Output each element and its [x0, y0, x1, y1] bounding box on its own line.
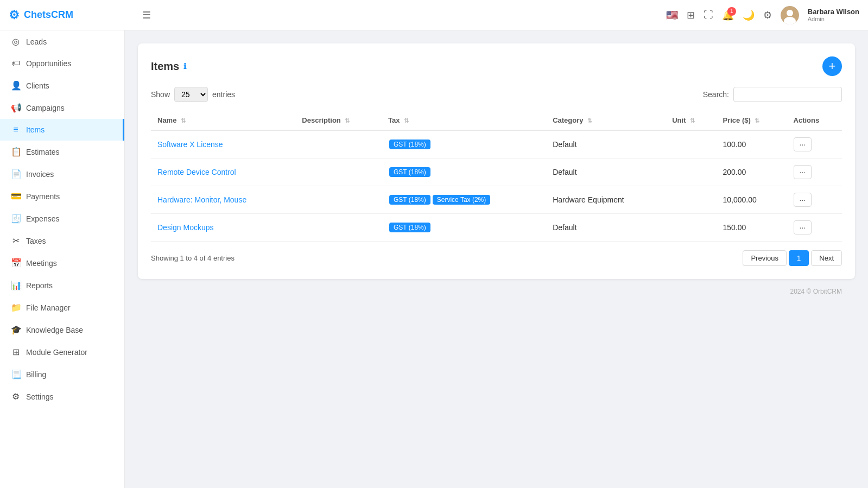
- search-input[interactable]: [733, 87, 842, 102]
- sort-tax-icon: ⇅: [404, 117, 409, 124]
- settings-sidebar-icon: ⚙: [11, 391, 21, 402]
- sidebar-item-leads[interactable]: ◎ Leads: [0, 30, 124, 53]
- cell-category: Default: [546, 130, 666, 159]
- table-row: Remote Device ControlGST (18%)Default200…: [151, 159, 842, 186]
- dark-mode-icon[interactable]: 🌙: [743, 9, 755, 21]
- clients-icon: 👤: [11, 80, 21, 91]
- col-name[interactable]: Name ⇅: [151, 111, 295, 130]
- file-manager-icon: 📁: [11, 302, 21, 313]
- cell-name: Hardware: Monitor, Mouse: [151, 186, 295, 214]
- page-title-row: Items ℹ +: [151, 56, 842, 76]
- user-info: Barbara Wilson Admin: [808, 8, 859, 22]
- show-label: Show: [151, 90, 170, 99]
- estimates-icon: 📋: [11, 147, 21, 157]
- items-icon: ≡: [11, 125, 21, 135]
- tax-badge: GST (18%): [389, 195, 430, 205]
- avatar[interactable]: [781, 6, 799, 24]
- sidebar-label-file-manager: File Manager: [26, 303, 71, 312]
- table-row: Design MockupsGST (18%)Default150.00···: [151, 214, 842, 242]
- sidebar-label-campaigns: Campaigns: [26, 104, 65, 112]
- table-header: Name ⇅ Description ⇅ Tax ⇅ Category ⇅ Un…: [151, 111, 842, 130]
- page-title-text: Items: [151, 60, 179, 73]
- sidebar-item-opportunities[interactable]: 🏷 Opportunities: [0, 53, 124, 74]
- pagination-controls: Previous 1 Next: [743, 250, 842, 266]
- cell-price: 150.00: [716, 214, 787, 242]
- search-label: Search:: [703, 90, 729, 99]
- col-category[interactable]: Category ⇅: [546, 111, 666, 130]
- col-unit[interactable]: Unit ⇅: [666, 111, 716, 130]
- sidebar-label-settings: Settings: [26, 392, 54, 401]
- sort-price-icon: ⇅: [755, 117, 759, 124]
- entries-select[interactable]: 10 25 50 100: [174, 87, 208, 102]
- hamburger-button[interactable]: ☰: [142, 9, 151, 21]
- cell-description: [295, 214, 382, 242]
- settings-icon[interactable]: ⚙: [763, 9, 772, 21]
- flag-icon[interactable]: 🇺🇸: [666, 9, 678, 21]
- sidebar-item-estimates[interactable]: 📋 Estimates: [0, 141, 124, 163]
- sidebar-item-meetings[interactable]: 📅 Meetings: [0, 252, 124, 274]
- cell-description: [295, 186, 382, 214]
- header-right: 🇺🇸 ⊞ ⛶ 🔔 1 🌙 ⚙ Barbara Wilson Admin: [666, 6, 859, 24]
- sidebar-item-reports[interactable]: 📊 Reports: [0, 274, 124, 296]
- page-title: Items ℹ: [151, 60, 186, 73]
- sidebar-item-billing[interactable]: 📃 Billing: [0, 363, 124, 385]
- sidebar-item-taxes[interactable]: ✂ Taxes: [0, 230, 124, 252]
- col-actions: Actions: [787, 111, 842, 130]
- footer: 2024 © OrbitCRM: [138, 279, 855, 304]
- items-card: Items ℹ + Show 10 25 50 100 entries: [138, 43, 855, 279]
- sidebar-label-expenses: Expenses: [26, 214, 59, 223]
- cell-tax: GST (18%): [382, 214, 546, 242]
- row-actions-button[interactable]: ···: [794, 137, 812, 151]
- cell-tax: GST (18%): [382, 159, 546, 186]
- sidebar-item-items[interactable]: ≡ Items: [0, 119, 124, 141]
- col-tax[interactable]: Tax ⇅: [382, 111, 546, 130]
- add-item-button[interactable]: +: [822, 56, 842, 76]
- sidebar-label-meetings: Meetings: [26, 259, 57, 268]
- header: ⚙ ChetsCRM ☰ 🇺🇸 ⊞ ⛶ 🔔 1 🌙 ⚙ Barbara Wils…: [0, 0, 868, 30]
- cell-actions: ···: [787, 159, 842, 186]
- notification-icon[interactable]: 🔔 1: [722, 9, 734, 21]
- sidebar-item-file-manager[interactable]: 📁 File Manager: [0, 296, 124, 319]
- sort-description-icon: ⇅: [345, 117, 350, 124]
- sidebar-label-billing: Billing: [26, 370, 46, 379]
- row-actions-button[interactable]: ···: [794, 165, 812, 179]
- table-row: Software X LicenseGST (18%)Default100.00…: [151, 130, 842, 159]
- sidebar-item-clients[interactable]: 👤 Clients: [0, 74, 124, 97]
- sidebar-item-campaigns[interactable]: 📢 Campaigns: [0, 97, 124, 119]
- sidebar: ◎ Leads 🏷 Opportunities 👤 Clients 📢 Camp…: [0, 30, 125, 488]
- grid-icon[interactable]: ⊞: [687, 9, 695, 21]
- sort-category-icon: ⇅: [587, 117, 592, 124]
- cell-unit: [666, 214, 716, 242]
- previous-button[interactable]: Previous: [743, 250, 787, 266]
- col-price[interactable]: Price ($) ⇅: [716, 111, 787, 130]
- sidebar-item-invoices[interactable]: 📄 Invoices: [0, 163, 124, 185]
- tax-badge: GST (18%): [389, 223, 430, 232]
- logo: ⚙ ChetsCRM: [9, 8, 134, 22]
- page-1-button[interactable]: 1: [789, 250, 809, 266]
- fullscreen-icon[interactable]: ⛶: [704, 9, 713, 21]
- sidebar-item-payments[interactable]: 💳 Payments: [0, 185, 124, 207]
- billing-icon: 📃: [11, 369, 21, 379]
- svg-point-1: [787, 10, 793, 16]
- show-entries-control: Show 10 25 50 100 entries: [151, 87, 235, 102]
- cell-name: Design Mockups: [151, 214, 295, 242]
- payments-icon: 💳: [11, 191, 21, 201]
- sidebar-item-expenses[interactable]: 🧾 Expenses: [0, 207, 124, 230]
- cell-price: 100.00: [716, 130, 787, 159]
- sidebar-item-module-generator[interactable]: ⊞ Module Generator: [0, 341, 124, 363]
- col-description[interactable]: Description ⇅: [295, 111, 382, 130]
- cell-category: Default: [546, 214, 666, 242]
- sidebar-item-settings[interactable]: ⚙ Settings: [0, 385, 124, 408]
- info-icon[interactable]: ℹ: [183, 62, 186, 71]
- tax-badge: Service Tax (2%): [433, 195, 490, 205]
- cell-actions: ···: [787, 186, 842, 214]
- sidebar-item-knowledge-base[interactable]: 🎓 Knowledge Base: [0, 319, 124, 341]
- row-actions-button[interactable]: ···: [794, 220, 812, 235]
- expenses-icon: 🧾: [11, 213, 21, 224]
- table-row: Hardware: Monitor, MouseGST (18%)Service…: [151, 186, 842, 214]
- sidebar-label-leads: Leads: [26, 37, 47, 46]
- opportunities-icon: 🏷: [11, 59, 21, 68]
- row-actions-button[interactable]: ···: [794, 193, 812, 207]
- next-button[interactable]: Next: [811, 250, 842, 266]
- sidebar-label-estimates: Estimates: [26, 148, 59, 156]
